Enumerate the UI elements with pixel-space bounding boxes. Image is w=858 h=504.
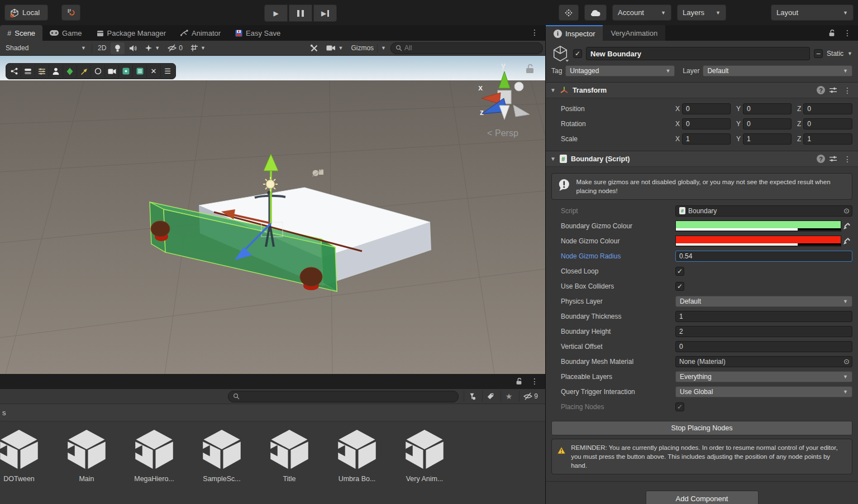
help-icon[interactable]: ? [817, 155, 825, 163]
static-checkbox[interactable]: – [814, 49, 823, 58]
layer-dropdown[interactable]: Default▼ [703, 65, 852, 76]
step-button[interactable]: ▶ [313, 4, 337, 22]
boundary-script-header[interactable]: ▼ # Boundary (Script) ? ⋮ [546, 151, 858, 167]
asset-item[interactable]: Title [262, 427, 317, 483]
eyedropper-icon[interactable] [841, 237, 852, 245]
position-y-field[interactable]: 0 [743, 103, 792, 114]
presets-icon[interactable] [829, 87, 837, 94]
scene-camera-dropdown[interactable]: ▼ [323, 42, 346, 54]
lock-icon[interactable] [515, 377, 523, 385]
play-button[interactable]: ▶ [264, 4, 288, 22]
camera-overlay-button[interactable] [105, 65, 119, 78]
project-menu-icon[interactable]: ⋮ [528, 377, 541, 385]
lock-icon[interactable] [828, 28, 836, 37]
node-gizmo-radius-field[interactable]: 0.54 [675, 251, 852, 262]
presets-icon[interactable] [829, 155, 837, 162]
orbit-overlay-button[interactable] [91, 65, 105, 78]
asset-item[interactable]: Very Anim... [397, 427, 452, 483]
transform-header[interactable]: ▼ Transform ? ⋮ [546, 82, 858, 98]
tab-game[interactable]: Game [42, 25, 89, 41]
cloud-services-button[interactable] [584, 4, 607, 21]
scale-z-field[interactable]: 1 [803, 133, 852, 145]
audio-toggle-button[interactable] [126, 42, 140, 54]
chevron-down-icon[interactable]: ▼ [847, 51, 852, 56]
persp-label[interactable]: Persp [495, 128, 518, 138]
tab-scene[interactable]: # Scene [0, 25, 42, 41]
position-z-field[interactable]: 0 [803, 103, 852, 114]
inspector-menu-icon[interactable]: ⋮ [841, 29, 854, 37]
script-object-field[interactable]: # Boundary ⊙ [675, 205, 852, 217]
project-search-input[interactable] [228, 391, 459, 402]
use-box-colliders-checkbox[interactable]: ✓ [675, 282, 684, 291]
component-menu-icon[interactable]: ⋮ [841, 155, 854, 163]
avatar-overlay-button[interactable] [49, 65, 63, 78]
placeable-layers-dropdown[interactable]: Everything▼ [675, 371, 852, 382]
asset-item[interactable]: Umbra Bo... [330, 427, 384, 483]
closed-loop-checkbox[interactable]: ✓ [675, 267, 684, 276]
hidden-assets-button[interactable]: 9 [519, 391, 542, 402]
layout-dropdown[interactable]: Layout▼ [771, 4, 854, 21]
boundary-thickness-field[interactable]: 1 [675, 311, 852, 322]
gameobject-name-field[interactable]: New Boundary [586, 47, 810, 60]
preferences-axis-button[interactable] [559, 4, 579, 21]
gizmos-dropdown[interactable]: Gizmos ▼ [347, 42, 389, 54]
search-by-type-button[interactable] [464, 391, 480, 402]
add-component-button[interactable]: Add Component [646, 491, 759, 504]
component-menu-icon[interactable]: ⋮ [841, 87, 854, 94]
grid-snap-button[interactable] [61, 4, 80, 21]
tag-dropdown[interactable]: Untagged▼ [565, 65, 675, 76]
tab-veryanimation[interactable]: VeryAnimation [603, 25, 665, 41]
grid-axis-overlay-button[interactable] [35, 65, 49, 78]
probuilder-overlay-button[interactable] [63, 65, 77, 78]
boundary-gizmo-colour-swatch[interactable] [675, 220, 841, 232]
scene-view[interactable]: y x z < Persp [0, 56, 545, 374]
foldout-icon[interactable]: ▼ [550, 87, 556, 93]
rotation-z-field[interactable]: 0 [803, 118, 852, 129]
tilemap-overlay-button[interactable] [133, 65, 147, 78]
overlay-menu-button[interactable]: ☰ [161, 65, 174, 78]
grid-visibility-dropdown[interactable]: ▼ [187, 42, 209, 54]
query-trigger-interaction-dropdown[interactable]: Use Global▼ [675, 386, 852, 397]
search-by-label-button[interactable] [482, 391, 498, 402]
tab-inspector[interactable]: i Inspector [546, 25, 603, 41]
boundary-mesh-material-field[interactable]: None (Material) ⊙ [675, 356, 852, 367]
pivot-local-button[interactable]: Local [4, 4, 48, 21]
tab-animator[interactable]: Animator [173, 25, 228, 41]
tool-settings-button[interactable] [21, 65, 35, 78]
gameobject-cube-icon[interactable] [551, 45, 569, 63]
vertical-offset-field[interactable]: 0 [675, 341, 852, 352]
asset-item[interactable]: SampleSc... [194, 427, 249, 483]
annotation-overlay-button[interactable] [77, 65, 91, 78]
scene-search-input[interactable]: All [390, 42, 543, 54]
object-picker-icon[interactable]: ⊙ [843, 207, 850, 215]
breadcrumb[interactable]: s [0, 404, 545, 421]
effects-dropdown-button[interactable]: ▼ [141, 42, 163, 54]
active-checkbox[interactable]: ✓ [573, 49, 582, 58]
tab-easy-save[interactable]: Easy Save [228, 25, 288, 41]
draw-mode-dropdown[interactable]: Shaded▼ [2, 42, 89, 54]
scene-visibility-button[interactable]: 0 [164, 42, 186, 54]
tab-package-manager[interactable]: Package Manager [89, 25, 174, 41]
rotation-x-field[interactable]: 0 [682, 118, 731, 129]
favorites-button[interactable]: ★ [500, 391, 517, 402]
2d-toggle-button[interactable]: 2D [94, 42, 109, 54]
node-gizmo-colour-swatch[interactable] [675, 236, 841, 247]
eyedropper-icon[interactable] [841, 222, 852, 230]
pause-button[interactable] [289, 4, 312, 22]
sprite-overlay-button[interactable] [119, 65, 133, 78]
account-dropdown[interactable]: Account▼ [612, 4, 671, 21]
asset-item[interactable]: DOTween [0, 427, 46, 483]
tools-settings-button[interactable] [307, 42, 322, 54]
stop-placing-nodes-button[interactable]: Stop Placing Nodes [551, 421, 852, 435]
scale-y-field[interactable]: 1 [743, 133, 792, 145]
rotation-y-field[interactable]: 0 [743, 118, 792, 129]
asset-item[interactable]: Main [59, 427, 114, 483]
close-overlay-button[interactable]: ✕ [147, 65, 161, 78]
position-x-field[interactable]: 0 [682, 103, 731, 114]
asset-item[interactable]: MegaHiero... [127, 427, 182, 483]
orientation-overlay-button[interactable] [7, 65, 21, 78]
object-picker-icon[interactable]: ⊙ [843, 357, 850, 366]
scale-x-field[interactable]: 1 [682, 133, 731, 145]
foldout-icon[interactable]: ▼ [550, 156, 556, 162]
boundary-height-field[interactable]: 2 [675, 326, 852, 337]
